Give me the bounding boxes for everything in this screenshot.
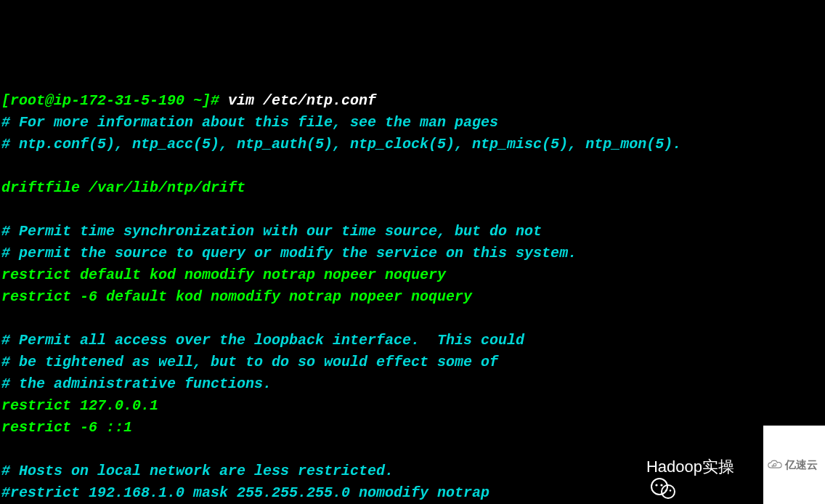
editor-line: restrict -6 ::1 [1,417,824,439]
shell-prompt: [root@ip-172-31-5-190 ~]# [1,92,228,109]
cloud-icon [768,427,782,503]
editor-line: # For more information about this file, … [1,112,824,134]
editor-line: # permit the source to query or modify t… [1,243,824,264]
editor-line: restrict default kod nomodify notrap nop… [1,264,824,286]
wechat-icon [616,456,642,478]
wechat-watermark-text: Hadoop实操 [646,455,734,479]
editor-line [1,199,824,221]
shell-command: vim /etc/ntp.conf [228,92,376,109]
svg-point-2 [660,484,662,486]
provider-watermark: 亿速云 [763,426,825,504]
editor-line: #restrict 192.168.1.0 mask 255.255.255.0… [1,482,824,504]
svg-point-6 [773,463,776,466]
editor-line: # Permit all access over the loopback in… [1,330,824,351]
editor-line: restrict 127.0.0.1 [1,395,824,417]
editor-line [1,155,824,177]
editor-line: restrict -6 default kod nomodify notrap … [1,286,824,308]
shell-line: [root@ip-172-31-5-190 ~]# vim /etc/ntp.c… [1,90,824,112]
svg-point-3 [662,485,675,498]
svg-point-1 [655,484,657,486]
terminal-viewport[interactable]: [root@ip-172-31-5-190 ~]# vim /etc/ntp.c… [1,90,824,504]
editor-line: # be tightened as well, but to do so wou… [1,351,824,373]
editor-line: driftfile /var/lib/ntp/drift [1,177,824,199]
svg-point-7 [772,466,773,467]
editor-line: # the administrative functions. [1,373,824,395]
editor-line: # Permit time synchronization with our t… [1,221,824,243]
provider-watermark-text: 亿速云 [785,457,818,473]
svg-point-4 [665,489,667,492]
editor-line [1,308,824,330]
svg-point-5 [670,489,672,492]
editor-line: # ntp.conf(5), ntp_acc(5), ntp_auth(5), … [1,134,824,155]
editor-buffer[interactable]: # For more information about this file, … [1,112,824,504]
wechat-watermark: Hadoop实操 [616,455,734,479]
